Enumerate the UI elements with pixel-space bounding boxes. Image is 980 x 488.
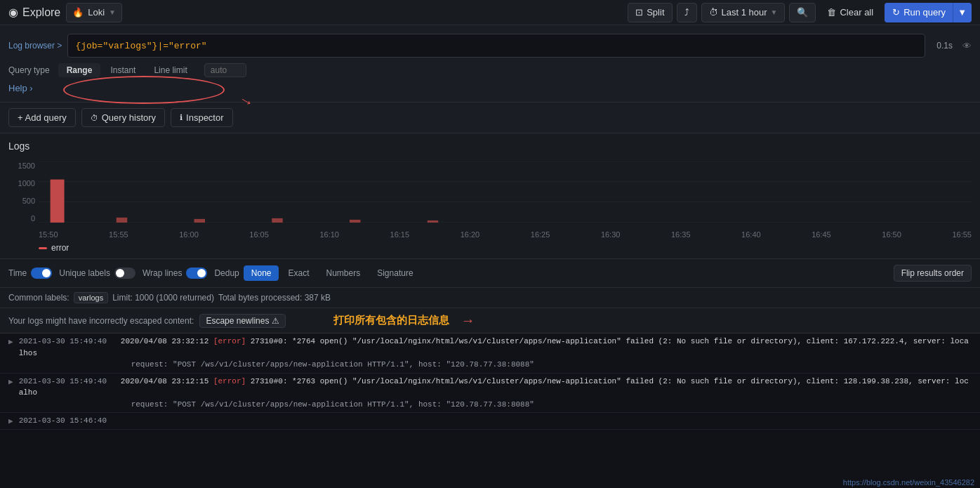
tab-range[interactable]: Range <box>58 63 101 77</box>
clear-all-button[interactable]: 🗑 Clear all <box>820 3 880 22</box>
clear-all-label: Clear all <box>840 7 873 18</box>
chevron-down-icon2: ▼ <box>771 8 778 16</box>
chart-legend: error <box>0 240 980 258</box>
log-text-1: 2021-03-30 15:49:40 2020/04/08 23:32:12 … <box>19 336 972 371</box>
split-label: Split <box>647 7 664 18</box>
escape-newlines-button[interactable]: Escape newlines ⚠ <box>199 314 286 328</box>
help-row: Help › <box>0 80 980 96</box>
log-entry-1: ▶ 2021-03-30 15:49:40 2020/04/08 23:32:1… <box>0 334 980 374</box>
x-15-50: 15:50 <box>39 230 58 239</box>
svg-rect-4 <box>51 180 65 223</box>
tab-line-limit[interactable]: Line limit <box>145 63 195 77</box>
add-query-button[interactable]: + Add query <box>8 108 76 127</box>
add-query-label: + Add query <box>18 112 67 123</box>
annotation-arrow-right: → <box>461 312 475 329</box>
x-16-20: 16:20 <box>461 230 480 239</box>
x-16-05: 16:05 <box>249 230 269 239</box>
dedup-signature[interactable]: Signature <box>369 265 421 281</box>
search-icon-button[interactable]: 🔍 <box>789 3 816 22</box>
eye-icon[interactable]: 👁 <box>962 41 972 51</box>
dedup-exact[interactable]: Exact <box>280 265 317 281</box>
split-icon: ⊡ <box>635 7 643 18</box>
query-time-badge: 0.1s <box>936 41 953 51</box>
inspector-button[interactable]: ℹ Inspector <box>171 108 232 127</box>
query-type-row: Query type Range Instant Line limit <box>0 60 980 80</box>
query-editor: Log browser > 0.1s 👁 Query type Range In… <box>0 25 980 103</box>
x-16-45: 16:45 <box>812 230 831 239</box>
info-icon: ℹ <box>180 113 183 122</box>
query-input-container <box>67 34 925 58</box>
results-controls: Time Unique labels Wrap lines Dedup None… <box>0 259 980 288</box>
expand-icon-1[interactable]: ▶ <box>8 337 13 346</box>
dedup-numbers[interactable]: Numbers <box>319 265 369 281</box>
line-limit-input[interactable] <box>204 63 246 77</box>
chart-svg <box>39 161 972 223</box>
y-axis-1000: 1000 <box>18 179 35 187</box>
wrap-lines-toggle[interactable] <box>186 268 207 279</box>
datasource-name: Loki <box>88 7 105 18</box>
app-title: ◉ Explore <box>8 6 60 19</box>
topbar-actions: ⊡ Split ⤴ ⏱ Last 1 hour ▼ 🔍 🗑 Clear all … <box>628 3 972 22</box>
x-16-35: 16:35 <box>671 230 691 239</box>
query-type-label: Query type <box>8 65 50 75</box>
caret-down-icon: ▼ <box>958 7 967 18</box>
bytes-text: Total bytes processed: 387 kB <box>218 293 331 303</box>
unique-labels-toggle[interactable] <box>114 268 135 279</box>
x-16-25: 16:25 <box>531 230 550 239</box>
chart-x-axis: 15:50 15:55 16:00 16:05 16:10 16:15 16:2… <box>39 230 972 239</box>
common-labels-label: Common labels: <box>8 293 69 303</box>
trash-icon: 🗑 <box>827 7 836 18</box>
clock-icon: ⏱ <box>709 7 718 18</box>
split-button[interactable]: ⊡ Split <box>628 3 672 22</box>
search-icon: 🔍 <box>797 7 808 18</box>
expand-icon-2[interactable]: ▶ <box>8 377 13 386</box>
x-16-30: 16:30 <box>601 230 621 239</box>
svg-rect-5 <box>117 218 128 223</box>
x-16-15: 16:15 <box>390 230 410 239</box>
warning-icon: ⚠ <box>272 316 279 326</box>
run-query-group: ↻ Run query ▼ <box>885 3 972 22</box>
inspector-label: Inspector <box>186 112 223 123</box>
escape-warning-text: Your logs might have incorrectly escaped… <box>8 316 194 326</box>
run-query-button[interactable]: ↻ Run query <box>885 3 953 22</box>
refresh-icon: ↻ <box>892 7 900 18</box>
tab-instant[interactable]: Instant <box>102 63 144 77</box>
time-range-button[interactable]: ⏱ Last 1 hour ▼ <box>701 3 786 22</box>
time-control: Time <box>8 268 52 279</box>
query-history-label: Query history <box>102 112 156 123</box>
history-icon: ⏱ <box>91 114 98 122</box>
chart-container: 1500 1000 500 0 <box>0 156 980 240</box>
query-type-tabs: Range Instant Line limit <box>58 63 196 77</box>
flip-results-button[interactable]: Flip results order <box>894 265 972 282</box>
help-button[interactable]: Help › <box>8 83 33 93</box>
log-entry-2: ▶ 2021-03-30 15:49:40 2020/04/08 23:12:1… <box>0 374 980 414</box>
chevron-down-icon: ▼ <box>109 8 116 16</box>
common-labels-bar: Common labels: varlogs Limit: 1000 (1000… <box>0 288 980 308</box>
help-label: Help › <box>8 83 33 93</box>
flip-results-label: Flip results order <box>901 268 964 278</box>
time-toggle[interactable] <box>31 268 52 279</box>
svg-rect-9 <box>428 220 439 223</box>
label-varlogs[interactable]: varlogs <box>74 292 108 303</box>
run-query-caret[interactable]: ▼ <box>953 3 972 22</box>
query-input[interactable] <box>75 41 918 51</box>
logs-section: Logs 1500 1000 500 0 <box>0 133 980 259</box>
log-text-2: 2021-03-30 15:49:40 2020/04/08 23:12:15 … <box>19 376 972 411</box>
x-16-50: 16:50 <box>882 230 901 239</box>
dedup-tabs: None Exact Numbers Signature <box>244 265 421 281</box>
expand-icon-3[interactable]: ▶ <box>8 416 13 426</box>
unique-labels-control: Unique labels <box>59 268 135 279</box>
logs-title: Logs <box>0 133 980 156</box>
time-range-label: Last 1 hour <box>722 7 767 18</box>
y-axis-1500: 1500 <box>18 161 35 170</box>
x-16-00: 16:00 <box>179 230 199 239</box>
log-text-3: 2021-03-30 15:46:40 <box>19 415 972 427</box>
datasource-selector[interactable]: 🔥 Loki ▼ <box>66 3 122 22</box>
dedup-label: Dedup <box>214 268 239 278</box>
share-button[interactable]: ⤴ <box>677 3 697 22</box>
query-history-button[interactable]: ⏱ Query history <box>81 108 165 127</box>
dedup-control: Dedup None Exact Numbers Signature <box>214 265 421 281</box>
limit-text: Limit: 1000 (1000 returned) <box>112 293 214 303</box>
dedup-none[interactable]: None <box>244 265 279 281</box>
main-content: Logs 1500 1000 500 0 <box>0 133 980 430</box>
